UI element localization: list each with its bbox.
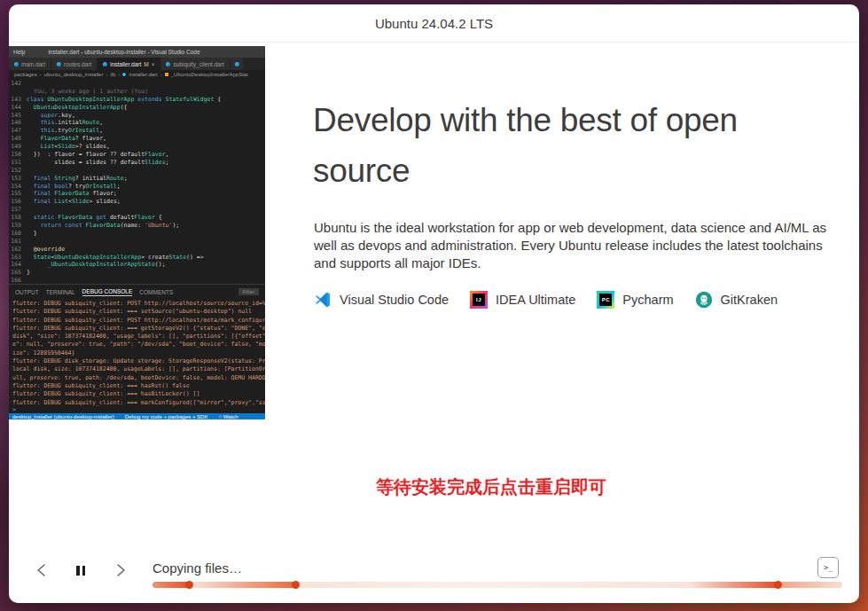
pause-button[interactable] <box>70 560 91 581</box>
code-text: return const FlavorData(name: 'Ubuntu'); <box>27 222 179 230</box>
code-line: 143class UbuntuDesktopInstallerApp exten… <box>9 96 265 104</box>
line-number: 152 <box>9 167 27 175</box>
console-line: local disk, size: 107374182400, usageLab… <box>9 365 265 373</box>
code-text: final List<Slide> slides; <box>27 198 121 206</box>
vscode-tab: subiquity_client.dart <box>160 58 230 70</box>
breadcrumb-separator: › <box>118 72 120 77</box>
code-line: 147 this.tryOrInstall, <box>9 127 265 135</box>
vscode-tab-bar: main.dartroutes.dartinstaller.dartM×subi… <box>9 58 265 70</box>
class-symbol-icon <box>165 73 168 76</box>
ide-item-gitkraken: GitKraken <box>695 291 778 309</box>
vscode-window-title: installer.dart - ubuntu-desktop-installe… <box>48 49 199 55</box>
install-progress-bar <box>152 582 842 588</box>
code-text: @override <box>27 246 65 254</box>
code-text: class UbuntuDesktopInstallerApp extends … <box>27 96 221 104</box>
annotation-text: 等待安装完成后点击重启即可 <box>376 475 606 499</box>
slide-screenshot-vscode: Help installer.dart - ubuntu-desktop-ins… <box>9 46 265 419</box>
tab-label: subiquity_client.dart <box>173 61 223 67</box>
breadcrumb-item: installer.dart <box>129 72 157 77</box>
line-number: 149 <box>9 143 27 151</box>
code-line: 163 State<UbuntuDesktopInstallerApp> cre… <box>9 254 265 262</box>
vscode-menu-help: Help <box>13 49 25 55</box>
blame-annotation: You, 3 weeks ago | 1 author (You) <box>27 88 148 96</box>
breadcrumb-item: lib <box>110 72 115 77</box>
code-text: State<UbuntuDesktopInstallerApp> createS… <box>27 254 204 262</box>
pause-icon <box>76 566 85 576</box>
code-line: 150 }) : flavor = flavor ?? defaultFlavo… <box>9 151 265 159</box>
line-number <box>9 88 27 96</box>
vscode-debug-console: flutter: DEBUG subiquity_client: POST ht… <box>9 299 265 406</box>
line-number: 154 <box>9 183 27 191</box>
vscode-tab: installer.dartM× <box>98 58 160 70</box>
panel-tab: OUTPUT <box>15 289 39 295</box>
line-number: 151 <box>9 159 27 167</box>
line-number: 162 <box>9 246 27 254</box>
vscode-breadcrumb: packages›ubuntu_desktop_installer›lib›in… <box>9 70 265 78</box>
panel-tab: TERMINAL <box>46 289 75 295</box>
back-button[interactable] <box>30 560 51 581</box>
code-text: } <box>27 269 30 277</box>
chevron-right-icon <box>116 563 126 577</box>
progress-segment <box>152 582 190 588</box>
vscode-icon <box>314 291 332 309</box>
console-line: flutter: DEBUG subiquity_client: === get… <box>9 325 265 333</box>
ide-item-idea: IJ IDEA Ultimate <box>470 291 575 309</box>
terminal-icon: >_ <box>824 564 833 572</box>
code-line: 166 <box>9 277 265 284</box>
line-number: 142 <box>9 80 27 88</box>
progress-segment <box>190 582 295 588</box>
line-number: 143 <box>9 96 27 104</box>
code-text: List<Slide>? slides, <box>27 143 110 151</box>
line-number: 164 <box>9 261 27 269</box>
line-number: 161 <box>9 238 27 246</box>
dart-file-icon <box>122 73 126 76</box>
code-line: 157 <box>9 206 265 214</box>
progress-dot <box>292 581 300 589</box>
console-line: e": null, "preserve": true, "path": "/de… <box>9 341 265 349</box>
line-number: 156 <box>9 198 27 206</box>
code-line: 162 @override <box>9 246 265 254</box>
watch-icon: ○ <box>218 414 222 419</box>
vscode-status-launch-config: Debug my code + packages + SDK <box>125 414 208 419</box>
console-line: ize": 12885950464} <box>9 349 265 357</box>
dart-icon <box>14 62 19 67</box>
ide-label: Pycharm <box>622 293 673 307</box>
code-line: 159 return const FlavorData(name: 'Ubunt… <box>9 222 265 230</box>
terminal-toggle-button[interactable]: >_ <box>817 557 839 578</box>
vscode-tab: main.dart <box>9 58 51 70</box>
code-line: 149 List<Slide>? slides, <box>9 143 265 151</box>
line-number: 153 <box>9 175 27 183</box>
code-line: 164 _UbuntuDesktopInstallerAppState(); <box>9 261 265 269</box>
progress-segment <box>692 582 778 588</box>
breadcrumb-item: packages <box>14 72 37 77</box>
dart-icon <box>57 62 61 67</box>
line-number: 146 <box>9 119 27 127</box>
modified-badge: M <box>144 61 148 67</box>
next-button[interactable] <box>110 560 131 581</box>
installer-window: Ubuntu 24.04.2 LTS Help installer.dart -… <box>9 4 859 603</box>
line-number: 155 <box>9 190 27 198</box>
code-text: this.tryOrInstall, <box>27 127 103 135</box>
code-line: 142 <box>9 80 265 88</box>
code-line: 151 slides = slides ?? defaultSlides; <box>9 159 265 167</box>
slide-heading: Develop with the best of open source <box>313 95 823 196</box>
code-line: 144 UbuntuDesktopInstallerApp({ <box>9 104 265 112</box>
breadcrumb-item: _UbuntuDesktopInstallerAppStat <box>171 72 248 77</box>
vscode-titlebar: Help installer.dart - ubuntu-desktop-ins… <box>9 46 265 58</box>
code-text: FlavorData? flavor, <box>27 135 106 143</box>
code-line: 165} <box>9 269 265 277</box>
vscode-statusbar: desktop_installer (ubuntu-desktop-instal… <box>9 413 265 419</box>
ide-list: Visual Studio Code IJ IDEA Ultimate PC P… <box>314 291 778 309</box>
line-number: 145 <box>9 112 27 120</box>
ide-item-vscode: Visual Studio Code <box>314 291 449 309</box>
vscode-tab: routes.dart <box>51 58 98 70</box>
vscode-tab-partial <box>231 58 243 70</box>
breadcrumb-separator: › <box>160 72 162 77</box>
code-text: slides = slides ?? defaultSlides; <box>27 159 168 167</box>
gitkraken-icon <box>695 291 713 309</box>
code-text: super.key, <box>27 112 75 120</box>
ide-label: GitKraken <box>721 293 778 307</box>
close-icon: × <box>152 61 155 67</box>
vscode-editor: 142You, 3 weeks ago | 1 author (You)143c… <box>9 78 265 284</box>
code-line: 155 final FlavorData flavor; <box>9 190 265 198</box>
